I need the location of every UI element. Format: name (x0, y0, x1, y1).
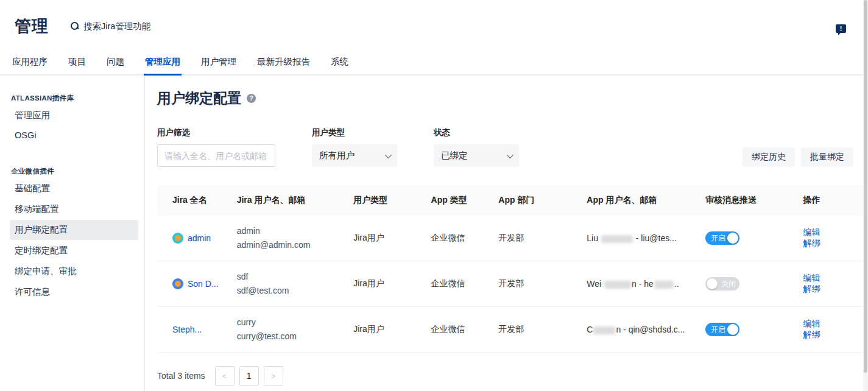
user-binding-table: Jira 全名Jira 用户名、邮箱用户类型App 类型App 部门App 用户… (157, 185, 867, 353)
pagination-total: Total 3 items (157, 371, 205, 381)
sidebar-item[interactable]: 基础配置 (10, 178, 138, 199)
help-icon[interactable]: ? (247, 94, 256, 103)
user-type-label: 用户类型 (312, 127, 397, 138)
admin-tab-nav: 应用程序项目问题管理应用用户管理最新升级报告系统 (0, 52, 868, 76)
bind-history-button[interactable]: 绑定历史 (743, 147, 795, 167)
unbind-link[interactable]: 解绑 (803, 329, 820, 339)
admin-search-label: 搜索Jira管理功能 (83, 21, 150, 32)
user-type-cell: Jira用户 (338, 216, 415, 261)
tab-1[interactable]: 项目 (67, 52, 87, 74)
filter-row: 用户筛选 用户类型 所有用户 状态 已绑定 绑定历史 批量绑定 (157, 127, 868, 167)
tab-6[interactable]: 系统 (330, 52, 350, 74)
redacted-blur (601, 235, 633, 243)
user-type-cell: Jira用户 (338, 261, 415, 307)
table-column-header: 操作 (788, 185, 867, 216)
toggle-knob (727, 324, 738, 335)
vertical-scrollbar[interactable] (863, 0, 868, 391)
prev-page-button[interactable]: < (215, 366, 235, 386)
scrollbar-thumb[interactable] (864, 0, 867, 373)
sidebar-item[interactable]: 管理应用 (10, 105, 138, 125)
jira-email: admin@admin.com (237, 238, 334, 252)
user-type-cell: Jira用户 (338, 307, 415, 353)
next-page-button[interactable]: > (264, 366, 283, 386)
app-dept-cell: 开发部 (483, 261, 571, 307)
table-column-header: 审核消息推送 (690, 185, 788, 216)
batch-bind-button[interactable]: 批量绑定 (801, 147, 853, 167)
table-column-header: App 类型 (416, 185, 484, 216)
top-header: 管理 搜索Jira管理功能 ! (0, 0, 868, 52)
app-dept-cell: 开发部 (483, 216, 571, 261)
admin-search[interactable]: 搜索Jira管理功能 (71, 21, 150, 32)
push-toggle[interactable]: 开启 (705, 323, 739, 336)
page-title: 用户绑定配置 (157, 89, 241, 108)
status-label: 状态 (434, 127, 519, 138)
table-row: Son D...sdfsdf@test.comJira用户企业微信开发部Wei … (157, 261, 867, 307)
push-toggle-label: 开启 (711, 233, 725, 244)
sidebar-item[interactable]: OSGi (10, 126, 138, 144)
tab-2[interactable]: 问题 (105, 52, 125, 74)
edit-link[interactable]: 编辑 (803, 319, 820, 328)
sidebar: ATLASSIAN插件库管理应用OSGi企业微信插件基础配置移动端配置用户绑定配… (0, 76, 145, 391)
table-column-header: App 用户名、邮箱 (571, 185, 690, 216)
pagination: Total 3 items < 1 > (157, 366, 868, 386)
user-type-value: 所有用户 (319, 150, 355, 161)
redacted-blur (654, 281, 674, 289)
sidebar-section-title: ATLASSIAN插件库 (11, 94, 138, 103)
table-column-header: Jira 用户名、邮箱 (222, 185, 339, 216)
tab-0[interactable]: 应用程序 (11, 52, 49, 74)
redacted-blur (604, 281, 631, 289)
jira-email: curry@test.com (237, 329, 334, 343)
tab-4[interactable]: 用户管理 (200, 52, 238, 74)
app-type-cell: 企业微信 (416, 307, 484, 353)
push-toggle-label: 开启 (711, 325, 725, 335)
chevron-down-icon (385, 151, 392, 158)
tab-5[interactable]: 最新升级报告 (256, 52, 311, 74)
sidebar-item[interactable]: 用户绑定配置 (10, 220, 138, 240)
jira-fullname-link[interactable]: Steph... (172, 325, 202, 334)
status-select[interactable]: 已绑定 (434, 144, 519, 167)
sidebar-item[interactable]: 定时绑定配置 (10, 241, 138, 261)
app-user-cell: Wei n - he.. (571, 261, 690, 307)
status-value: 已绑定 (441, 150, 468, 161)
push-toggle[interactable]: 关闭 (705, 277, 739, 291)
unbind-link[interactable]: 解绑 (803, 238, 820, 248)
tab-3[interactable]: 管理应用 (144, 52, 182, 74)
table-row: Steph...currycurry@test.comJira用户企业微信开发部… (157, 307, 867, 353)
main-content: 用户绑定配置 ? 用户筛选 用户类型 所有用户 状态 已绑定 (145, 76, 868, 391)
user-filter-input[interactable] (157, 144, 275, 167)
avatar (172, 233, 183, 244)
app-user-cell: Cn - qin@shdsd.c... (571, 307, 690, 353)
search-icon (71, 22, 79, 30)
push-toggle[interactable]: 开启 (705, 231, 739, 245)
table-column-header: Jira 全名 (157, 185, 222, 216)
jira-fullname-link[interactable]: admin (188, 233, 211, 243)
user-type-select[interactable]: 所有用户 (312, 144, 397, 167)
edit-link[interactable]: 编辑 (803, 273, 820, 283)
app-type-cell: 企业微信 (416, 261, 484, 307)
app-dept-cell: 开发部 (483, 307, 571, 353)
sidebar-item[interactable]: 许可信息 (10, 282, 138, 302)
unbind-link[interactable]: 解绑 (803, 284, 820, 294)
feedback-exclamation-icon: ! (836, 24, 846, 33)
app-user-cell: Liu - liu@tes... (571, 216, 690, 261)
jira-username: admin (237, 224, 334, 238)
feedback-button[interactable]: ! (836, 24, 846, 33)
app-type-cell: 企业微信 (416, 216, 484, 261)
page-number-button[interactable]: 1 (239, 366, 259, 386)
jira-username: sdf (237, 270, 334, 284)
toggle-knob (727, 233, 738, 244)
sidebar-item[interactable]: 移动端配置 (10, 199, 138, 219)
edit-link[interactable]: 编辑 (803, 227, 820, 237)
avatar (172, 278, 183, 289)
redacted-blur (593, 326, 615, 334)
table-column-header: 用户类型 (338, 185, 415, 216)
jira-fullname-link[interactable]: Son D... (188, 279, 219, 289)
jira-email: sdf@test.com (237, 284, 334, 298)
jira-username: curry (237, 315, 334, 329)
toggle-knob (707, 278, 718, 289)
sidebar-section-title: 企业微信插件 (11, 167, 138, 176)
sidebar-item[interactable]: 绑定申请、审批 (10, 261, 138, 281)
app-title: 管理 (15, 15, 49, 37)
user-filter-label: 用户筛选 (157, 127, 275, 138)
chevron-down-icon (507, 151, 513, 158)
